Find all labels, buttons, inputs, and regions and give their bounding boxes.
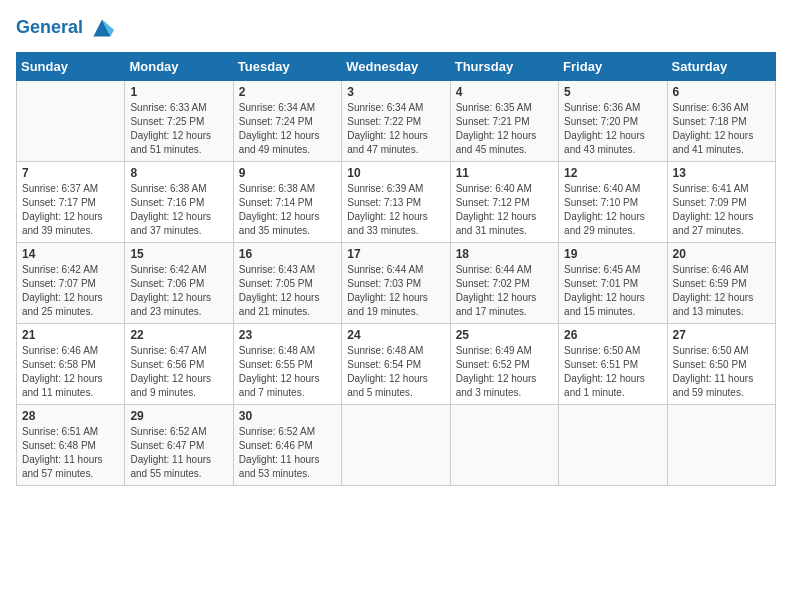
day-info: Sunrise: 6:33 AMSunset: 7:25 PMDaylight:… (130, 101, 227, 157)
calendar-body: 1Sunrise: 6:33 AMSunset: 7:25 PMDaylight… (17, 81, 776, 486)
day-number: 7 (22, 166, 119, 180)
calendar-cell: 29Sunrise: 6:52 AMSunset: 6:47 PMDayligh… (125, 405, 233, 486)
calendar-cell: 20Sunrise: 6:46 AMSunset: 6:59 PMDayligh… (667, 243, 775, 324)
calendar-cell: 23Sunrise: 6:48 AMSunset: 6:55 PMDayligh… (233, 324, 341, 405)
calendar-cell: 18Sunrise: 6:44 AMSunset: 7:02 PMDayligh… (450, 243, 558, 324)
day-number: 8 (130, 166, 227, 180)
day-info: Sunrise: 6:38 AMSunset: 7:16 PMDaylight:… (130, 182, 227, 238)
calendar-cell: 10Sunrise: 6:39 AMSunset: 7:13 PMDayligh… (342, 162, 450, 243)
day-info: Sunrise: 6:45 AMSunset: 7:01 PMDaylight:… (564, 263, 661, 319)
week-row-3: 21Sunrise: 6:46 AMSunset: 6:58 PMDayligh… (17, 324, 776, 405)
header-day-tuesday: Tuesday (233, 53, 341, 81)
day-info: Sunrise: 6:42 AMSunset: 7:06 PMDaylight:… (130, 263, 227, 319)
day-info: Sunrise: 6:50 AMSunset: 6:50 PMDaylight:… (673, 344, 770, 400)
day-number: 18 (456, 247, 553, 261)
day-info: Sunrise: 6:39 AMSunset: 7:13 PMDaylight:… (347, 182, 444, 238)
day-info: Sunrise: 6:48 AMSunset: 6:55 PMDaylight:… (239, 344, 336, 400)
day-number: 30 (239, 409, 336, 423)
logo-icon (90, 16, 114, 40)
day-info: Sunrise: 6:43 AMSunset: 7:05 PMDaylight:… (239, 263, 336, 319)
calendar-cell: 16Sunrise: 6:43 AMSunset: 7:05 PMDayligh… (233, 243, 341, 324)
day-info: Sunrise: 6:34 AMSunset: 7:22 PMDaylight:… (347, 101, 444, 157)
day-info: Sunrise: 6:52 AMSunset: 6:47 PMDaylight:… (130, 425, 227, 481)
calendar-cell: 8Sunrise: 6:38 AMSunset: 7:16 PMDaylight… (125, 162, 233, 243)
day-info: Sunrise: 6:52 AMSunset: 6:46 PMDaylight:… (239, 425, 336, 481)
calendar-cell: 2Sunrise: 6:34 AMSunset: 7:24 PMDaylight… (233, 81, 341, 162)
day-number: 6 (673, 85, 770, 99)
day-number: 14 (22, 247, 119, 261)
day-number: 16 (239, 247, 336, 261)
calendar-cell: 3Sunrise: 6:34 AMSunset: 7:22 PMDaylight… (342, 81, 450, 162)
calendar-cell: 17Sunrise: 6:44 AMSunset: 7:03 PMDayligh… (342, 243, 450, 324)
day-number: 4 (456, 85, 553, 99)
header-row: SundayMondayTuesdayWednesdayThursdayFrid… (17, 53, 776, 81)
calendar-cell: 28Sunrise: 6:51 AMSunset: 6:48 PMDayligh… (17, 405, 125, 486)
calendar-cell: 12Sunrise: 6:40 AMSunset: 7:10 PMDayligh… (559, 162, 667, 243)
day-number: 21 (22, 328, 119, 342)
day-info: Sunrise: 6:44 AMSunset: 7:03 PMDaylight:… (347, 263, 444, 319)
day-info: Sunrise: 6:51 AMSunset: 6:48 PMDaylight:… (22, 425, 119, 481)
calendar-cell: 21Sunrise: 6:46 AMSunset: 6:58 PMDayligh… (17, 324, 125, 405)
week-row-4: 28Sunrise: 6:51 AMSunset: 6:48 PMDayligh… (17, 405, 776, 486)
header-day-friday: Friday (559, 53, 667, 81)
logo-text: General (16, 16, 114, 40)
calendar-cell (17, 81, 125, 162)
calendar-cell: 9Sunrise: 6:38 AMSunset: 7:14 PMDaylight… (233, 162, 341, 243)
day-info: Sunrise: 6:40 AMSunset: 7:12 PMDaylight:… (456, 182, 553, 238)
calendar-cell: 24Sunrise: 6:48 AMSunset: 6:54 PMDayligh… (342, 324, 450, 405)
calendar-cell: 4Sunrise: 6:35 AMSunset: 7:21 PMDaylight… (450, 81, 558, 162)
day-info: Sunrise: 6:50 AMSunset: 6:51 PMDaylight:… (564, 344, 661, 400)
day-number: 24 (347, 328, 444, 342)
calendar-cell: 5Sunrise: 6:36 AMSunset: 7:20 PMDaylight… (559, 81, 667, 162)
calendar-cell: 15Sunrise: 6:42 AMSunset: 7:06 PMDayligh… (125, 243, 233, 324)
header-day-wednesday: Wednesday (342, 53, 450, 81)
day-number: 22 (130, 328, 227, 342)
calendar-cell: 7Sunrise: 6:37 AMSunset: 7:17 PMDaylight… (17, 162, 125, 243)
day-info: Sunrise: 6:47 AMSunset: 6:56 PMDaylight:… (130, 344, 227, 400)
day-info: Sunrise: 6:44 AMSunset: 7:02 PMDaylight:… (456, 263, 553, 319)
day-info: Sunrise: 6:41 AMSunset: 7:09 PMDaylight:… (673, 182, 770, 238)
calendar-cell: 13Sunrise: 6:41 AMSunset: 7:09 PMDayligh… (667, 162, 775, 243)
calendar-cell (559, 405, 667, 486)
day-number: 11 (456, 166, 553, 180)
day-number: 27 (673, 328, 770, 342)
day-number: 19 (564, 247, 661, 261)
calendar-cell: 25Sunrise: 6:49 AMSunset: 6:52 PMDayligh… (450, 324, 558, 405)
calendar-cell: 22Sunrise: 6:47 AMSunset: 6:56 PMDayligh… (125, 324, 233, 405)
logo: General (16, 16, 114, 40)
day-info: Sunrise: 6:35 AMSunset: 7:21 PMDaylight:… (456, 101, 553, 157)
day-number: 5 (564, 85, 661, 99)
day-info: Sunrise: 6:34 AMSunset: 7:24 PMDaylight:… (239, 101, 336, 157)
calendar-cell: 19Sunrise: 6:45 AMSunset: 7:01 PMDayligh… (559, 243, 667, 324)
day-number: 2 (239, 85, 336, 99)
calendar-cell: 27Sunrise: 6:50 AMSunset: 6:50 PMDayligh… (667, 324, 775, 405)
header-day-sunday: Sunday (17, 53, 125, 81)
day-number: 1 (130, 85, 227, 99)
day-number: 25 (456, 328, 553, 342)
day-info: Sunrise: 6:38 AMSunset: 7:14 PMDaylight:… (239, 182, 336, 238)
day-info: Sunrise: 6:42 AMSunset: 7:07 PMDaylight:… (22, 263, 119, 319)
calendar-table: SundayMondayTuesdayWednesdayThursdayFrid… (16, 52, 776, 486)
day-number: 17 (347, 247, 444, 261)
calendar-cell: 1Sunrise: 6:33 AMSunset: 7:25 PMDaylight… (125, 81, 233, 162)
day-number: 10 (347, 166, 444, 180)
page-header: General (16, 16, 776, 40)
day-number: 23 (239, 328, 336, 342)
header-day-monday: Monday (125, 53, 233, 81)
day-info: Sunrise: 6:46 AMSunset: 6:59 PMDaylight:… (673, 263, 770, 319)
day-number: 12 (564, 166, 661, 180)
week-row-1: 7Sunrise: 6:37 AMSunset: 7:17 PMDaylight… (17, 162, 776, 243)
day-number: 15 (130, 247, 227, 261)
calendar-cell (342, 405, 450, 486)
week-row-0: 1Sunrise: 6:33 AMSunset: 7:25 PMDaylight… (17, 81, 776, 162)
day-info: Sunrise: 6:37 AMSunset: 7:17 PMDaylight:… (22, 182, 119, 238)
calendar-cell (450, 405, 558, 486)
day-info: Sunrise: 6:48 AMSunset: 6:54 PMDaylight:… (347, 344, 444, 400)
day-number: 20 (673, 247, 770, 261)
day-info: Sunrise: 6:36 AMSunset: 7:20 PMDaylight:… (564, 101, 661, 157)
calendar-header: SundayMondayTuesdayWednesdayThursdayFrid… (17, 53, 776, 81)
day-info: Sunrise: 6:49 AMSunset: 6:52 PMDaylight:… (456, 344, 553, 400)
calendar-cell: 30Sunrise: 6:52 AMSunset: 6:46 PMDayligh… (233, 405, 341, 486)
header-day-saturday: Saturday (667, 53, 775, 81)
day-number: 26 (564, 328, 661, 342)
